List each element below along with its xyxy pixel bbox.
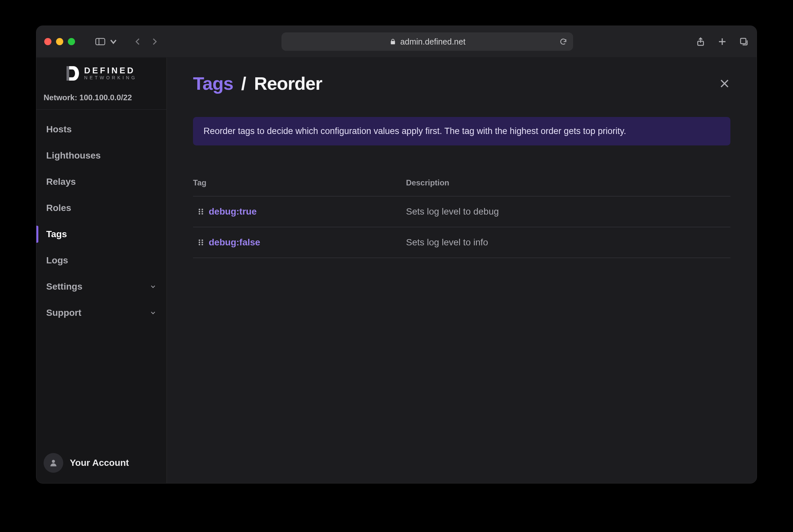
- account-label: Your Account: [70, 458, 129, 468]
- url-bar[interactable]: admin.defined.net: [282, 33, 573, 51]
- sidebar-item-relays[interactable]: Relays: [36, 169, 167, 195]
- nav-back-button[interactable]: [133, 37, 143, 46]
- info-banner: Reorder tags to decide which configurati…: [193, 117, 731, 146]
- close-button[interactable]: [719, 78, 731, 90]
- nav-forward-button[interactable]: [150, 37, 159, 46]
- brand-name: DEFINED: [84, 66, 137, 75]
- page-title: Tags / Reorder: [193, 73, 322, 94]
- logo-mark-icon: [66, 65, 80, 81]
- sidebar-item-label: Tags: [46, 229, 67, 240]
- sidebar-item-label: Hosts: [46, 124, 72, 135]
- sidebar-item-settings[interactable]: Settings: [36, 273, 167, 300]
- sidebar-nav: Hosts Lighthouses Relays Roles Tags Logs…: [36, 110, 167, 326]
- svg-point-13: [202, 211, 203, 213]
- svg-point-15: [202, 213, 203, 214]
- svg-point-11: [202, 209, 203, 210]
- avatar: [43, 453, 63, 473]
- sidebar-toggle-button[interactable]: [95, 38, 118, 45]
- svg-point-16: [199, 240, 200, 241]
- new-tab-button[interactable]: [717, 37, 727, 46]
- window-maximize-button[interactable]: [68, 38, 75, 45]
- table-row[interactable]: debug:true Sets log level to debug: [193, 196, 731, 227]
- traffic-lights: [44, 38, 75, 45]
- share-button[interactable]: [696, 37, 705, 46]
- svg-point-14: [199, 213, 200, 214]
- sidebar-item-tags[interactable]: Tags: [36, 221, 167, 247]
- drag-handle-icon[interactable]: [193, 239, 209, 246]
- column-header-description: Description: [406, 178, 731, 187]
- sidebar-item-support[interactable]: Support: [36, 300, 167, 326]
- sidebar-item-label: Roles: [46, 203, 71, 213]
- svg-point-12: [199, 211, 200, 213]
- titlebar: admin.defined.net: [36, 26, 757, 58]
- svg-point-7: [52, 460, 55, 463]
- brand-logo[interactable]: DEFINED NETWORKING: [36, 58, 167, 89]
- svg-rect-6: [67, 66, 69, 81]
- tag-name[interactable]: debug:true: [209, 206, 406, 217]
- sidebar-item-label: Relays: [46, 176, 76, 187]
- svg-point-10: [199, 209, 200, 210]
- svg-point-21: [202, 244, 203, 245]
- sidebar-item-label: Logs: [46, 255, 68, 266]
- tags-table: Tag Description debug:true Sets log leve…: [193, 178, 731, 258]
- svg-point-18: [199, 242, 200, 243]
- tag-description: Sets log level to debug: [406, 206, 499, 217]
- table-header: Tag Description: [193, 178, 731, 196]
- chevron-down-icon: [149, 309, 157, 317]
- svg-rect-0: [96, 38, 105, 45]
- breadcrumb-current[interactable]: Tags: [193, 73, 233, 94]
- breadcrumb-separator: /: [241, 73, 246, 94]
- sidebar-item-roles[interactable]: Roles: [36, 195, 167, 221]
- window-minimize-button[interactable]: [56, 38, 63, 45]
- column-header-tag: Tag: [193, 178, 406, 187]
- sidebar-item-label: Lighthouses: [46, 150, 100, 161]
- main-content: Tags / Reorder Reorder tags to decide wh…: [167, 58, 757, 483]
- sidebar-item-hosts[interactable]: Hosts: [36, 116, 167, 142]
- breadcrumb-sub: Reorder: [254, 73, 322, 94]
- table-row[interactable]: debug:false Sets log level to info: [193, 227, 731, 258]
- svg-point-19: [202, 242, 203, 243]
- svg-point-20: [199, 244, 200, 245]
- account-button[interactable]: Your Account: [36, 446, 167, 483]
- brand-subtitle: NETWORKING: [84, 75, 137, 80]
- sidebar-item-logs[interactable]: Logs: [36, 247, 167, 273]
- url-text: admin.defined.net: [400, 37, 466, 46]
- tag-name[interactable]: debug:false: [209, 237, 406, 248]
- sidebar-item-lighthouses[interactable]: Lighthouses: [36, 142, 167, 169]
- tab-overview-button[interactable]: [739, 37, 749, 46]
- drag-handle-icon[interactable]: [193, 208, 209, 215]
- reload-button[interactable]: [559, 38, 567, 45]
- network-indicator: Network: 100.100.0.0/22: [36, 89, 167, 110]
- sidebar: DEFINED NETWORKING Network: 100.100.0.0/…: [36, 58, 167, 483]
- svg-point-17: [202, 240, 203, 241]
- sidebar-item-label: Settings: [46, 281, 82, 292]
- svg-rect-5: [740, 38, 746, 43]
- tag-description: Sets log level to info: [406, 237, 488, 248]
- sidebar-item-label: Support: [46, 308, 81, 318]
- window-close-button[interactable]: [44, 38, 52, 45]
- lock-icon: [389, 38, 396, 45]
- browser-window: admin.defined.net: [36, 25, 757, 483]
- chevron-down-icon: [149, 283, 157, 290]
